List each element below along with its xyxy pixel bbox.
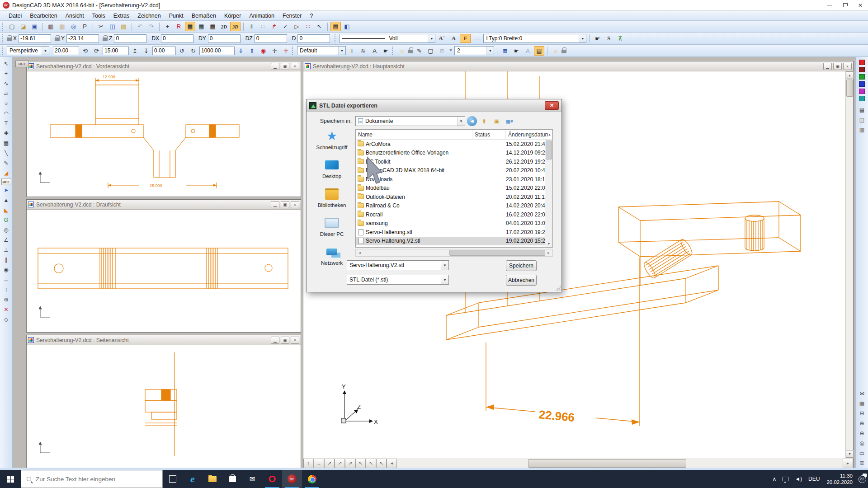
main-horizontal-scrollbar[interactable] bbox=[397, 459, 843, 468]
file-row[interactable]: ArCoMora 15.02.2020 21:4 bbox=[356, 140, 545, 149]
layer-manager-icon[interactable]: ≣ bbox=[857, 458, 868, 468]
place-quick-access[interactable]: Schnellzugriff bbox=[310, 129, 354, 150]
orbit-left-icon[interactable]: ↺ bbox=[177, 46, 187, 56]
rotate-left-camera-icon[interactable]: ⟲ bbox=[80, 46, 90, 56]
color-window-icon[interactable]: ◧ bbox=[342, 22, 352, 31]
scrollbar-thumb[interactable] bbox=[846, 80, 853, 97]
view-lock-icon[interactable] bbox=[561, 50, 566, 53]
tray-clock[interactable]: 11:30 20.02.2020 bbox=[823, 473, 856, 485]
coordinate-input[interactable] bbox=[19, 34, 51, 43]
window-cascade-icon[interactable]: ▦ bbox=[208, 22, 218, 31]
midpoint-snap-icon[interactable]: ◇ bbox=[1, 314, 12, 324]
render-light-icon[interactable]: ☼ bbox=[550, 46, 561, 56]
redo-icon[interactable]: ↷ bbox=[146, 22, 156, 31]
curve-tool-icon[interactable]: ∿ bbox=[1, 79, 12, 89]
menu-item[interactable]: Bemaßen bbox=[188, 12, 220, 20]
angle-value-input[interactable] bbox=[103, 47, 129, 55]
coordinate-input[interactable] bbox=[66, 34, 99, 43]
notes-icon[interactable]: ✉ bbox=[857, 389, 868, 399]
viewport-minimize-button[interactable]: ▁ bbox=[823, 63, 832, 70]
viewport-minimize-button[interactable]: ▁ bbox=[271, 63, 279, 70]
rotate-tool-icon[interactable]: ⊕ bbox=[1, 295, 12, 305]
viewport-close-button[interactable]: × bbox=[291, 337, 299, 344]
file-row[interactable]: Benutzerdefinierte Office-Vorlagen 14.12… bbox=[356, 149, 545, 158]
scrollbar-thumb[interactable] bbox=[528, 459, 686, 468]
viewport-close-button[interactable]: × bbox=[843, 63, 852, 70]
speaker-icon[interactable]: ◄) bbox=[792, 470, 805, 488]
distance-value-input[interactable] bbox=[199, 47, 235, 55]
save-location-select[interactable]: Dokumente ▼ bbox=[355, 116, 465, 126]
viewport-close-button[interactable]: × bbox=[291, 63, 299, 70]
column-header-name[interactable]: Name bbox=[356, 130, 472, 139]
file-explorer-button[interactable] bbox=[203, 470, 222, 488]
view-mode-select[interactable]: Perspektive ▼ bbox=[7, 46, 49, 55]
mail-button[interactable]: ✉ bbox=[242, 470, 262, 488]
dialog-titlebar[interactable]: STL Datei exportieren ✕ bbox=[307, 99, 561, 112]
file-row[interactable]: DesignCAD 3D MAX 2018 64-bit 20.02.2020 … bbox=[356, 166, 545, 175]
action-center-button[interactable]: 22 bbox=[856, 470, 868, 488]
view-menu-button[interactable]: ▦▾ bbox=[504, 116, 515, 127]
separator[interactable] bbox=[243, 23, 244, 31]
point-grid-icon[interactable]: ∷ bbox=[303, 22, 313, 31]
cancel-button[interactable]: Abbrechen bbox=[506, 275, 537, 286]
font-button[interactable]: F bbox=[460, 34, 471, 43]
resize-grip[interactable] bbox=[555, 286, 561, 291]
file-row[interactable]: DC Toolkit 26.12.2019 19:2 bbox=[356, 157, 545, 166]
camera-up-icon[interactable]: ↥ bbox=[130, 46, 140, 56]
sketch-tool-icon[interactable]: ✎ bbox=[1, 158, 12, 168]
place-desktop[interactable]: Desktop bbox=[310, 158, 354, 179]
separator[interactable] bbox=[159, 23, 160, 31]
toolbar-grip[interactable] bbox=[2, 47, 4, 55]
undo-icon[interactable]: ↶ bbox=[135, 22, 145, 31]
mode-2d-icon[interactable]: 2D bbox=[219, 22, 229, 31]
layer-up-icon[interactable]: ⊼ bbox=[615, 34, 625, 43]
lock-icon[interactable] bbox=[55, 38, 60, 41]
hatch-tool-icon[interactable]: ▦ bbox=[1, 138, 12, 148]
viewport-minimize-button[interactable]: ▁ bbox=[271, 201, 279, 208]
text-tool-icon[interactable]: T bbox=[1, 118, 12, 128]
dct-toolbar-label[interactable]: DCT bbox=[15, 61, 29, 67]
minimize-button[interactable] bbox=[822, 0, 837, 10]
move-icon[interactable]: + bbox=[162, 22, 173, 31]
filetype-select[interactable]: STL-Datei (*.stl) ▼ bbox=[347, 275, 449, 285]
spline-icon[interactable]: S bbox=[604, 34, 614, 43]
save-icon[interactable]: ▣ bbox=[29, 22, 40, 31]
opera-button[interactable]: O bbox=[262, 470, 282, 488]
texture-icon[interactable]: ▥ bbox=[857, 125, 868, 135]
zoom-fit-down-icon[interactable]: ⇓ bbox=[236, 46, 246, 56]
file-row[interactable]: Outlook-Dateien 20.02.2020 11:1 bbox=[356, 192, 545, 202]
open-file-icon[interactable]: ◪ bbox=[18, 22, 28, 31]
info-box-icon[interactable]: ▤ bbox=[330, 22, 341, 31]
separator[interactable] bbox=[42, 23, 43, 31]
color-red-swatch[interactable] bbox=[859, 60, 865, 65]
network-icon[interactable] bbox=[779, 470, 792, 488]
mirror-tool-icon[interactable]: ↕ bbox=[1, 285, 12, 295]
scroll-up-button[interactable]: ▲ bbox=[846, 71, 854, 79]
scroll-right-button[interactable]: ► bbox=[843, 459, 853, 468]
color-cyan-swatch[interactable] bbox=[859, 96, 865, 101]
scroll-left-button[interactable]: ◄ bbox=[387, 459, 397, 468]
orbit-right-icon[interactable]: ↻ bbox=[188, 46, 198, 56]
circle-tool-icon[interactable]: ○ bbox=[1, 99, 12, 108]
paste-icon[interactable]: ▨ bbox=[118, 22, 129, 31]
select-tool-icon[interactable]: ↖ bbox=[1, 59, 12, 69]
extrude-tool-icon[interactable]: ▲ bbox=[1, 195, 12, 205]
search-input[interactable] bbox=[36, 476, 149, 483]
rotate-right-camera-icon[interactable]: ⟳ bbox=[91, 46, 102, 56]
marker-tool-icon[interactable]: ✚ bbox=[1, 128, 12, 138]
scroll-down-button[interactable]: ▼ bbox=[545, 240, 552, 247]
toolbar-grip[interactable] bbox=[2, 34, 4, 42]
arc-tool-icon[interactable]: ◠ bbox=[1, 108, 12, 118]
edge-button[interactable]: e bbox=[183, 470, 203, 488]
point-tool-icon[interactable]: + bbox=[1, 69, 12, 79]
menu-item[interactable]: Körper bbox=[220, 12, 245, 20]
no-fill-box-icon[interactable]: ⧄ bbox=[437, 46, 447, 56]
view-iso-4-button[interactable]: ↖ bbox=[355, 459, 366, 468]
record-wizard-icon[interactable]: R bbox=[174, 22, 184, 31]
scroll-right-button[interactable]: ► bbox=[545, 249, 552, 256]
color-green-swatch[interactable] bbox=[859, 74, 865, 80]
viewport-front-titlebar[interactable]: Servohalterung-V2.dcd : Vorderansicht ▁ … bbox=[27, 61, 301, 71]
start-button[interactable] bbox=[0, 470, 21, 488]
zoom-extents-icon[interactable]: ▭ bbox=[857, 448, 868, 458]
taskbar-search[interactable] bbox=[21, 470, 163, 488]
